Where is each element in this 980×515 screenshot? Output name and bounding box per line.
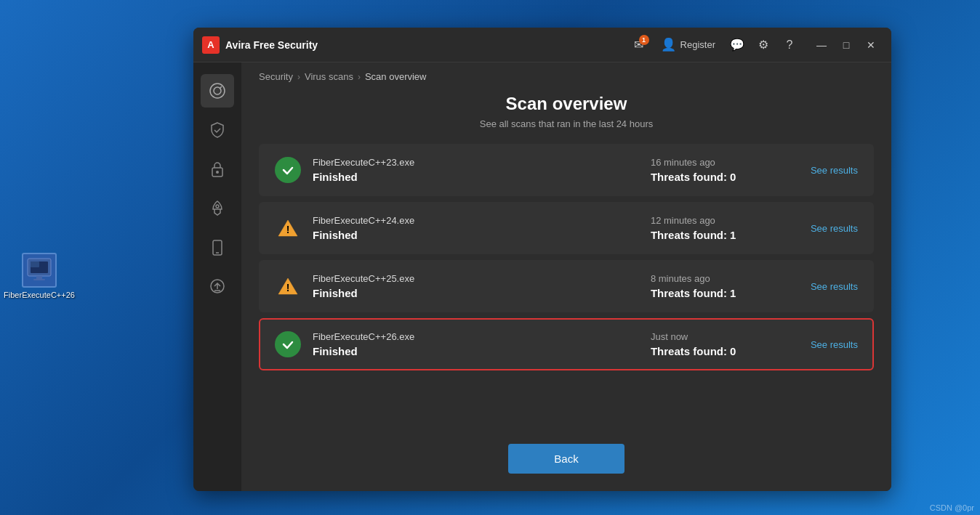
- see-results-btn-2[interactable]: See results: [811, 281, 858, 292]
- svg-rect-3: [36, 276, 42, 279]
- scan-item-3[interactable]: FiberExecuteC++26.exe Finished Just now …: [259, 318, 874, 370]
- main-layout: Security › Virus scans › Scan overview S…: [193, 62, 891, 491]
- avira-logo: A: [202, 36, 220, 54]
- breadcrumb-sep-1: ›: [297, 72, 300, 82]
- back-button[interactable]: Back: [508, 444, 624, 474]
- settings-icon-button[interactable]: ⚙: [752, 33, 775, 57]
- gear-icon: ⚙: [758, 38, 768, 52]
- scan-time-info-2: 8 minutes ago Threats found: 1: [651, 273, 796, 299]
- sidebar-item-lock[interactable]: [201, 153, 234, 186]
- sidebar-item-shield[interactable]: [201, 113, 234, 147]
- scan-info-1: FiberExecuteC++24.exe Finished: [313, 215, 651, 241]
- breadcrumb-security[interactable]: Security: [259, 71, 293, 82]
- scan-status-2: Finished: [313, 287, 651, 299]
- svg-text:!: !: [286, 282, 290, 293]
- breadcrumb-current: Scan overview: [365, 71, 427, 82]
- scan-filename-0: FiberExecuteC++23.exe: [313, 157, 651, 168]
- scan-info-3: FiberExecuteC++26.exe Finished: [313, 331, 651, 357]
- scan-info-2: FiberExecuteC++25.exe Finished: [313, 273, 651, 299]
- page-title: Scan overview: [259, 94, 874, 114]
- desktop-icon-image: [22, 253, 57, 288]
- scan-threats-2: Threats found: 1: [651, 287, 796, 299]
- svg-text:!: !: [286, 224, 290, 235]
- scan-time-3: Just now: [651, 331, 796, 342]
- see-results-btn-3[interactable]: See results: [811, 339, 858, 350]
- close-button[interactable]: ✕: [859, 35, 883, 55]
- scan-filename-2: FiberExecuteC++25.exe: [313, 273, 651, 284]
- scan-status-0: Finished: [313, 171, 651, 183]
- scan-filename-1: FiberExecuteC++24.exe: [313, 215, 651, 226]
- scan-threats-1: Threats found: 1: [651, 229, 796, 241]
- app-title: Avira Free Security: [225, 39, 627, 51]
- scan-info-0: FiberExecuteC++23.exe Finished: [313, 157, 651, 183]
- breadcrumb: Security › Virus scans › Scan overview: [241, 62, 891, 88]
- see-results-btn-0[interactable]: See results: [811, 165, 858, 176]
- register-button[interactable]: 👤 Register: [654, 34, 723, 55]
- chat-icon-button[interactable]: 💬: [726, 33, 749, 57]
- title-bar: A Avira Free Security ✉ 1 👤 Register 💬 ⚙…: [193, 28, 891, 62]
- sidebar-item-phone[interactable]: [201, 231, 234, 264]
- chat-icon: 💬: [730, 38, 744, 52]
- breadcrumb-sep-2: ›: [358, 72, 361, 82]
- scan-time-1: 12 minutes ago: [651, 215, 796, 226]
- sidebar-item-upload[interactable]: [201, 270, 234, 304]
- scan-time-0: 16 minutes ago: [651, 157, 796, 168]
- scan-item-0[interactable]: FiberExecuteC++23.exe Finished 16 minute…: [259, 144, 874, 196]
- svg-rect-4: [33, 279, 45, 280]
- svg-rect-2: [31, 261, 39, 267]
- help-icon-button[interactable]: ?: [778, 33, 801, 57]
- svg-point-10: [216, 205, 219, 208]
- sidebar: [193, 62, 241, 491]
- scan-item-1[interactable]: ! FiberExecuteC++24.exe Finished 12 minu…: [259, 202, 874, 254]
- email-icon-button[interactable]: ✉ 1: [627, 33, 651, 57]
- breadcrumb-virus-scans[interactable]: Virus scans: [305, 71, 353, 82]
- scan-list: FiberExecuteC++23.exe Finished 16 minute…: [241, 144, 891, 432]
- see-results-btn-1[interactable]: See results: [811, 223, 858, 234]
- page-subtitle: See all scans that ran in the last 24 ho…: [259, 118, 874, 129]
- scan-threats-3: Threats found: 0: [651, 345, 796, 357]
- scan-time-info-0: 16 minutes ago Threats found: 0: [651, 157, 796, 183]
- svg-point-5: [210, 84, 225, 98]
- scan-status-icon-1: !: [275, 215, 301, 241]
- account-icon: 👤: [661, 37, 676, 52]
- scan-status-icon-3: [275, 331, 301, 357]
- maximize-button[interactable]: □: [835, 35, 858, 55]
- scan-time-info-1: 12 minutes ago Threats found: 1: [651, 215, 796, 241]
- sidebar-item-scan[interactable]: [201, 74, 234, 108]
- sidebar-item-rocket[interactable]: [201, 192, 234, 225]
- minimize-button[interactable]: —: [810, 35, 833, 55]
- scan-item-2[interactable]: ! FiberExecuteC++25.exe Finished 8 minut…: [259, 260, 874, 312]
- scan-filename-3: FiberExecuteC++26.exe: [313, 331, 651, 342]
- scan-time-info-3: Just now Threats found: 0: [651, 331, 796, 357]
- page-header: Scan overview See all scans that ran in …: [241, 88, 891, 144]
- desktop-icon[interactable]: FiberExecuteC++26: [13, 253, 65, 300]
- app-window: A Avira Free Security ✉ 1 👤 Register 💬 ⚙…: [193, 28, 891, 491]
- watermark: CSDN @0pr: [930, 503, 974, 512]
- scan-status-1: Finished: [313, 229, 651, 241]
- desktop-icon-label: FiberExecuteC++26: [4, 291, 75, 300]
- scan-threats-0: Threats found: 0: [651, 171, 796, 183]
- scan-status-icon-2: !: [275, 273, 301, 299]
- svg-line-7: [220, 86, 222, 89]
- scan-status-icon-0: [275, 157, 301, 183]
- content-area: Security › Virus scans › Scan overview S…: [241, 62, 891, 491]
- title-bar-actions: ✉ 1 👤 Register 💬 ⚙ ? — □ ✕: [627, 33, 883, 57]
- scan-time-2: 8 minutes ago: [651, 273, 796, 284]
- page-footer: Back: [241, 432, 891, 491]
- notification-badge: 1: [639, 35, 649, 45]
- svg-point-9: [216, 171, 219, 174]
- window-controls: — □ ✕: [810, 35, 883, 55]
- scan-status-3: Finished: [313, 345, 651, 357]
- help-icon: ?: [787, 38, 793, 52]
